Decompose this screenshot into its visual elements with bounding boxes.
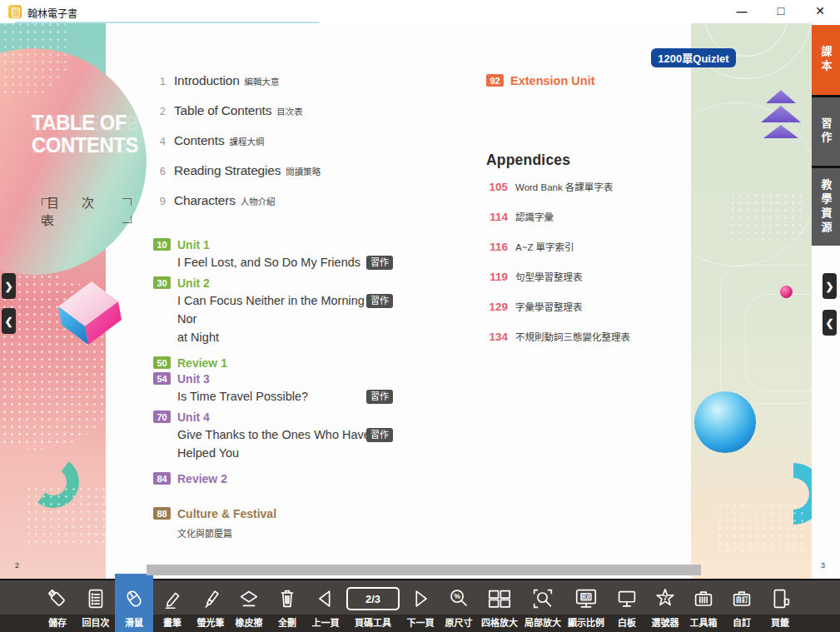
toc-entry-table-of-contents[interactable]: 2 Table of Contents 目次表 xyxy=(153,103,428,133)
toolbox-button[interactable]: 工具箱 xyxy=(684,580,723,632)
dot-pattern-decoration xyxy=(716,502,803,556)
four-grid-icon xyxy=(486,583,513,615)
appendix-entry-az-index[interactable]: 116 A~Z 單字索引 xyxy=(486,240,630,270)
toc-entry-unit4: 70 Unit 4 Give Thanks to the Ones Who Ha… xyxy=(153,408,428,462)
custom-case-icon: 自訂 xyxy=(729,583,754,615)
toc-entry-unit4-head[interactable]: 70 Unit 4 xyxy=(153,408,428,425)
pen-icon xyxy=(160,583,185,615)
toc-group-culture: 88 Culture & Festival 文化與節慶篇 xyxy=(153,505,428,542)
eraser-icon xyxy=(236,583,261,615)
left-panel-expand-handle[interactable]: ❯ xyxy=(2,273,16,299)
save-button[interactable]: 儲存 xyxy=(38,580,77,632)
toc-deco-title-reflection: TABLE OF CONTENTS xyxy=(32,112,138,157)
page-tabs-button[interactable]: 頁籤 xyxy=(761,580,799,632)
dot-pattern-decoration xyxy=(25,485,117,544)
appendix-list: 105 Word Bank 各課單字表 114 認識字彙 116 A~Z 單字索… xyxy=(486,180,630,360)
toc-entry-unit1-head[interactable]: 10 Unit 1 xyxy=(153,236,428,253)
usb-save-icon xyxy=(45,583,70,615)
page-tab-icon xyxy=(768,583,793,615)
tab-workbook[interactable]: 習作 xyxy=(812,97,840,166)
svg-text:自訂: 自訂 xyxy=(736,595,748,604)
quizlet-1200-words-button[interactable]: 1200單Quizlet xyxy=(651,48,736,67)
right-triangle-icon xyxy=(408,583,433,615)
next-page-button[interactable]: 下一頁 xyxy=(401,580,440,632)
book-spread: TABLE OF CONTENTS TABLE OF CONTENTS 目 次 … xyxy=(0,23,840,579)
app-window: 翰林電子書 — □ ✕ TABLE OF CONTENTS TABLE OF C… xyxy=(0,0,840,632)
custom-button[interactable]: 自訂 自訂 xyxy=(723,580,761,632)
pen-tool-button[interactable]: 畫筆 xyxy=(153,580,191,632)
toc-entry-reading-strategies[interactable]: 6 Reading Strategies 閱讀策略 xyxy=(153,163,428,193)
right-page-number: 3 xyxy=(821,561,825,570)
page-badge: 92 xyxy=(486,74,504,87)
toc-entry-unit3-head[interactable]: 54 Unit 3 xyxy=(153,370,428,387)
display-ratio-button[interactable]: 固定 顯示比例 xyxy=(564,580,608,632)
left-page-number: 2 xyxy=(15,561,19,570)
workbook-badge-unit4[interactable]: 習作 xyxy=(366,428,393,442)
toc-entry-review1: 50 Review 1 xyxy=(153,354,428,371)
appendix-entry-vocabulary[interactable]: 114 認識字彙 xyxy=(486,210,630,240)
page-indicator: 2/3 xyxy=(346,583,400,615)
left-panel-collapse-handle[interactable]: ❮ xyxy=(2,308,16,334)
workbook-badge-unit3[interactable]: 習作 xyxy=(366,390,393,404)
bottom-toolbar: 儲存 回目次 xyxy=(0,579,840,632)
workbook-badge-unit2[interactable]: 習作 xyxy=(366,294,393,308)
toc-entry-culture-festival: 88 Culture & Festival 文化與節慶篇 xyxy=(153,505,428,540)
highlighter-tool-button[interactable]: 螢光筆 xyxy=(191,580,230,632)
page-badge: 50 xyxy=(153,356,171,369)
left-triangle-icon xyxy=(313,583,338,615)
toc-group-units-3-4: 54 Unit 3 Is Time Travel Possible? 習作 70… xyxy=(153,370,428,490)
appendix-entry-irregular-verbs[interactable]: 134 不規則動詞三態變化整理表 xyxy=(486,330,630,360)
appendix-entry-word-bank[interactable]: 105 Word Bank 各課單字表 xyxy=(486,180,630,210)
toc-front-list: 1 Introduction 編輯大意 2 Table of Contents … xyxy=(153,73,428,223)
delete-all-button[interactable]: 全刪 xyxy=(268,580,306,632)
magnifier-brackets-icon xyxy=(530,583,555,615)
partial-zoom-button[interactable]: 局部放大 xyxy=(521,580,564,632)
toc-entry-characters[interactable]: 9 Characters 人物介紹 xyxy=(153,193,428,223)
blue-sphere-decoration xyxy=(694,391,756,453)
tab-teaching-resources[interactable]: 教學資源 xyxy=(812,168,840,246)
rounded-line-decoration xyxy=(745,294,812,391)
app-logo-icon xyxy=(8,5,22,18)
four-grid-zoom-button[interactable]: 四格放大 xyxy=(478,580,521,632)
triangle-decoration xyxy=(766,90,796,103)
eraser-tool-button[interactable]: 橡皮擦 xyxy=(230,580,268,632)
page-badge: 10 xyxy=(153,238,171,251)
toc-entry-review2: 84 Review 2 xyxy=(153,470,428,487)
monitor-fixed-icon: 固定 xyxy=(573,583,599,615)
mouse-tool-button[interactable]: 滑鼠 xyxy=(115,574,153,632)
star-7-icon: 7 xyxy=(653,583,678,615)
right-panel-expand-handle[interactable]: ❯ xyxy=(823,273,837,299)
toc-entry-unit3: 54 Unit 3 Is Time Travel Possible? 習作 xyxy=(153,370,428,406)
toc-list-icon xyxy=(83,583,108,615)
original-size-button[interactable]: % 原尺寸 xyxy=(440,580,478,632)
back-to-toc-button[interactable]: 回目次 xyxy=(77,580,115,632)
toc-entry-unit1: 10 Unit 1 I Feel Lost, and So Do My Frie… xyxy=(153,236,428,271)
titlebar-accent-line xyxy=(15,22,319,23)
horizontal-scrollbar[interactable] xyxy=(147,565,701,575)
titlebar: 翰林電子書 — □ ✕ xyxy=(0,0,840,23)
cube-decoration xyxy=(50,270,127,346)
page-tool-button[interactable]: 2/3 頁碼工具 xyxy=(345,580,401,632)
whiteboard-button[interactable]: 白板 xyxy=(608,580,646,632)
prev-page-button[interactable]: 上一頁 xyxy=(306,580,345,632)
tab-textbook[interactable]: 課本 xyxy=(812,25,840,95)
mouse-icon xyxy=(122,583,147,615)
app-title: 翰林電子書 xyxy=(27,6,77,20)
minimize-button[interactable]: — xyxy=(727,0,757,22)
right-page-decoration xyxy=(691,23,812,579)
close-button[interactable]: ✕ xyxy=(805,0,835,22)
toc-entry-introduction[interactable]: 1 Introduction 編輯大意 xyxy=(153,73,428,103)
magenta-ball-decoration xyxy=(780,286,793,298)
number-picker-button[interactable]: 7 選號器 xyxy=(646,580,684,632)
workbook-badge-unit1[interactable]: 習作 xyxy=(366,256,393,270)
right-panel-collapse-handle[interactable]: ❮ xyxy=(823,310,837,336)
appendix-entry-vocab-summary[interactable]: 129 字彙學習整理表 xyxy=(486,300,630,330)
highlighter-icon xyxy=(198,583,223,615)
page-badge: 88 xyxy=(153,507,171,520)
page-badge: 30 xyxy=(153,276,171,289)
toc-entry-contents[interactable]: 4 Contents 課程大綱 xyxy=(153,133,428,163)
appendix-entry-sentence-patterns[interactable]: 119 句型學習整理表 xyxy=(486,270,630,300)
toc-entry-unit2-head[interactable]: 30 Unit 2 xyxy=(153,274,428,291)
maximize-button[interactable]: □ xyxy=(766,0,796,22)
whiteboard-icon xyxy=(614,583,639,615)
